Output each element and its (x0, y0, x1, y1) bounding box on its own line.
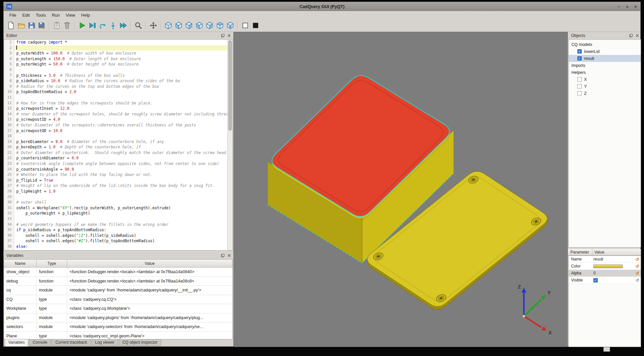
objects-tree-item-helpers[interactable]: Helpers (569, 69, 641, 76)
shaded-button[interactable] (250, 20, 261, 31)
column-header-type[interactable]: Type (37, 260, 67, 267)
objects-float-button[interactable] (628, 33, 633, 38)
variable-row-Workplane[interactable]: Workplanetype<class 'cadquery.cq.Workpla… (4, 304, 232, 313)
variable-row-show_object[interactable]: show_objectfunction<function Debugger.re… (4, 267, 232, 277)
code-editor[interactable]: 1from cadquery import *23p_outerWidth = … (4, 39, 233, 251)
code-line-23[interactable]: 23# Countersink angle (complete angle be… (4, 161, 232, 167)
editor-panel-header[interactable]: Editor (4, 32, 233, 39)
code-line-15[interactable]: 15p_screwpostID = 4.0 (4, 117, 232, 122)
code-line-22[interactable]: 22p_countersinkDiameter = 0.0 (4, 155, 232, 161)
editor-float-button[interactable] (220, 33, 225, 38)
code-line-31[interactable]: 31oshell = Workplane("XY").rect(p_outerW… (4, 205, 232, 211)
code-line-39[interactable]: 39 oshell = oshell.edges("#Z").fillet(p_… (4, 250, 232, 251)
code-line-9[interactable]: 9# Radius for the curves on the top and … (4, 84, 232, 89)
menu-run[interactable]: Run (49, 12, 63, 19)
tab-cq-object-inspector[interactable]: CQ object inspector (119, 339, 161, 346)
code-line-12[interactable]: 12# How far in from the edges the screwp… (4, 100, 232, 106)
new-file-button[interactable] (6, 20, 16, 31)
code-line-21[interactable]: 21# Outer diameter of countersink. Shoul… (4, 150, 232, 156)
objects-tree-item-lowerlid[interactable]: ✓lowerLid (569, 48, 641, 55)
zoom-button[interactable] (133, 20, 144, 31)
code-line-13[interactable]: 13p_screwpostInset = 12.0 (4, 106, 232, 111)
variables-close-button[interactable] (226, 253, 231, 258)
objects-tree-item-y[interactable]: Y (569, 83, 641, 90)
objects-tree-item-cq-models[interactable]: CQ models (569, 41, 641, 48)
menu-tools[interactable]: Tools (33, 12, 49, 19)
debug-button[interactable] (87, 20, 98, 31)
code-line-25[interactable]: 25# Whether to place the lid with the to… (4, 172, 232, 178)
code-line-10[interactable]: 10p_topAndBottomRadius = 2.0 (4, 89, 232, 95)
code-line-34[interactable]: 34# weird geometry happens if we make th… (4, 222, 232, 228)
column-header-param-value[interactable]: Value (592, 249, 641, 256)
unchecked-checkbox-y[interactable] (577, 84, 582, 89)
code-line-6[interactable]: 6 (4, 67, 232, 73)
unchecked-checkbox-z[interactable] (577, 91, 582, 95)
objects-close-button[interactable] (635, 33, 640, 38)
objects-panel-header[interactable]: Objects (568, 32, 641, 39)
code-line-7[interactable]: 7p_thickness = 3.0 # Thickness of the bo… (4, 73, 232, 79)
code-line-24[interactable]: 24p_countersinkAngle = 90.0 (4, 167, 232, 172)
variable-row-Plane[interactable]: Planetype<class 'cadquery.occ_impl.geom.… (4, 332, 232, 340)
tab-current-traceback[interactable]: Current traceback (52, 339, 91, 346)
code-line-30[interactable]: 30# outer shell (4, 200, 232, 205)
view-bottom-button[interactable] (225, 20, 235, 31)
code-line-4[interactable]: 4p_outerLength = 150.0 # Outer length of… (4, 56, 232, 62)
editor-scrollbar-thumb[interactable] (228, 40, 232, 131)
variables-panel-header[interactable]: Variables (4, 252, 233, 259)
param-row-color[interactable]: Color↺ (569, 263, 641, 270)
continue-button[interactable] (118, 20, 129, 31)
wireframe-button[interactable] (240, 20, 250, 31)
minimize-button[interactable]: − (618, 2, 621, 11)
view-back-button[interactable] (184, 20, 194, 31)
objects-tree-item-z[interactable]: Z (569, 90, 641, 97)
column-header-name[interactable]: Name (4, 260, 37, 267)
view-iso-button[interactable] (163, 20, 173, 31)
variables-float-button[interactable] (220, 253, 225, 258)
save-button[interactable] (26, 20, 37, 31)
menu-view[interactable]: View (63, 12, 78, 19)
reset-icon[interactable]: ↺ (634, 271, 641, 276)
open-file-button[interactable] (16, 20, 26, 31)
checked-checkbox-lowerlid[interactable]: ✓ (577, 49, 582, 54)
code-line-37[interactable]: 37 oshell = oshell.edges("#Z").fillet(p_… (4, 238, 232, 244)
visible-checkbox[interactable]: ✓ (593, 278, 598, 282)
view-left-button[interactable] (194, 20, 204, 31)
checked-checkbox-result[interactable]: ✓ (577, 56, 582, 61)
code-line-18[interactable]: 18 (4, 133, 232, 139)
code-line-5[interactable]: 5p_outerHeight = 50.0 # Outer height of … (4, 62, 232, 67)
column-header-value[interactable]: Value (67, 260, 232, 267)
fit-all-button[interactable] (148, 20, 159, 31)
code-line-20[interactable]: 20p_boreDepth = 1.0 # Depth of the count… (4, 144, 232, 150)
view-front-button[interactable] (173, 20, 184, 31)
menu-edit[interactable]: Edit (19, 12, 33, 19)
column-header-parameter[interactable]: Parameter (568, 249, 592, 256)
step-over-button[interactable] (98, 20, 108, 31)
code-line-32[interactable]: 32 p_outerHeight + p_lipHeight) (4, 211, 232, 216)
objects-tree-item-imports[interactable]: Imports (569, 62, 641, 69)
view-right-button[interactable] (204, 20, 215, 31)
viewport-canvas[interactable]: Z Y X (234, 32, 567, 347)
tab-console[interactable]: Console (29, 339, 51, 346)
reset-icon[interactable]: ↺ (634, 278, 641, 283)
editor-scrollbar[interactable] (227, 40, 232, 250)
variable-row-plugins[interactable]: pluginsmodule<module 'cadquery.plugins' … (4, 313, 232, 323)
code-line-14[interactable]: 14# nner Diameter of the screwpost holes… (4, 111, 232, 117)
objects-tree-item-x[interactable]: X (569, 76, 641, 83)
param-row-visible[interactable]: Visible✓↺ (569, 277, 641, 284)
variable-row-selectors[interactable]: selectorsmodule<module 'cadquery.selecto… (4, 322, 232, 332)
variable-row-cq[interactable]: cqmodule<module 'cadquery' from '/home/a… (4, 286, 232, 295)
variable-row-CQ[interactable]: CQtype<class 'cadquery.cq.CQ'> (4, 295, 232, 304)
code-line-36[interactable]: 36 oshell = oshell.edges("|Z").fillet(p_… (4, 233, 232, 239)
save-as-button[interactable] (37, 20, 47, 31)
code-line-3[interactable]: 3p_outerWidth = 100.0 # Outer width of b… (4, 51, 232, 56)
menu-help[interactable]: Help (78, 12, 93, 19)
reset-icon[interactable]: ↺ (634, 257, 641, 262)
close-button[interactable]: × (634, 2, 637, 11)
objects-tree-item-result[interactable]: ✓result (569, 55, 641, 62)
clipboard-button[interactable] (52, 20, 62, 31)
maximize-button[interactable]: + (626, 2, 629, 11)
code-line-33[interactable]: 33 (4, 216, 232, 222)
code-line-38[interactable]: 38else: (4, 244, 232, 250)
view-top-button[interactable] (215, 20, 225, 31)
variable-row-debug[interactable]: debugfunction<function Debugger.render.<… (4, 277, 232, 286)
